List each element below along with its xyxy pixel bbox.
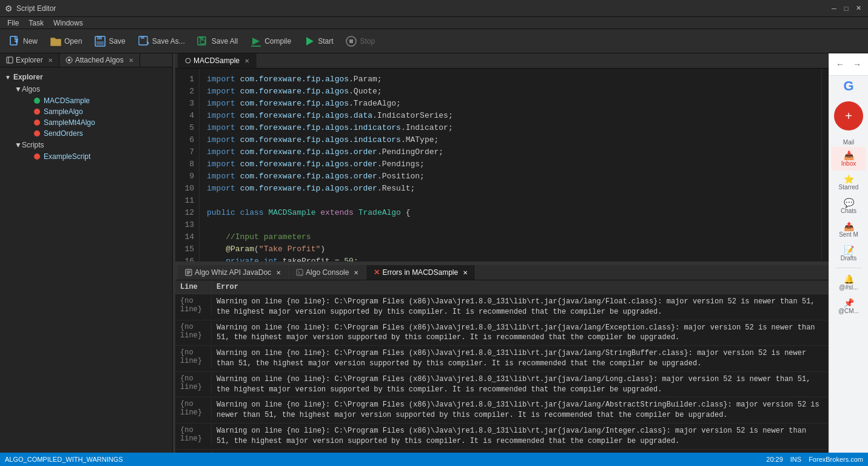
examplescript-label: ExampleScript <box>44 152 90 161</box>
svg-rect-5 <box>96 41 104 45</box>
console-tab-close[interactable]: ✕ <box>354 269 358 276</box>
attached-algos-icon <box>66 56 73 64</box>
status-text: ALGO_COMPILED_WITH_WARNINGS <box>5 456 123 463</box>
code-line-16: private int takeProfit = 50; <box>207 255 814 262</box>
stop-button[interactable]: Stop <box>340 33 380 50</box>
gmail-starred[interactable]: ⭐ Starred <box>832 171 866 194</box>
gmail-inbox[interactable]: 📥 Inbox <box>832 147 866 171</box>
tree-item-examplescript[interactable]: ExampleScript <box>19 151 172 162</box>
open-icon <box>50 35 62 47</box>
explorer-arrow: ▼ <box>5 74 11 81</box>
scripts-section-header[interactable]: ▼ Scripts <box>10 139 172 151</box>
new-button[interactable]: New <box>4 33 42 50</box>
minimize-button[interactable]: ─ <box>829 4 839 13</box>
error-row: {no line} Warning on line {no line}: C:\… <box>175 397 829 424</box>
gmail-snoozed[interactable]: 🔔 @#sl... <box>832 271 866 294</box>
error-row: {no line} Warning on line {no line}: C:\… <box>175 372 829 398</box>
code-line-7: import com.forexware.fip.algos.order.Pen… <box>207 146 814 158</box>
save-button[interactable]: Save <box>89 33 130 50</box>
menu-windows[interactable]: Windows <box>49 18 88 29</box>
tab-errors[interactable]: ✕ Errors in MACDSample ✕ <box>366 265 476 280</box>
maximize-button[interactable]: □ <box>841 4 851 13</box>
explorer-section: ▼ Explorer ▼ Algos MACDSample <box>0 70 172 163</box>
console-icon <box>296 269 303 276</box>
open-button[interactable]: Open <box>45 33 87 50</box>
error-row: {no line} Warning on line {no line}: C:\… <box>175 424 829 450</box>
tree-item-sendorders[interactable]: SendOrders <box>19 128 172 139</box>
tree-item-samplealgo[interactable]: SampleAlgo <box>19 106 172 117</box>
gmail-logo: G <box>841 76 856 96</box>
gmail-other[interactable]: 📌 @CM... <box>832 294 866 318</box>
svg-marker-13 <box>306 37 314 46</box>
gmail-panel: ← → G + Mail 📥 Inbox ⭐ Starred 💬 Chats 📤 <box>829 53 868 453</box>
error-msg-cell: Warning on line {no line}: C:\Program Fi… <box>212 424 829 449</box>
svg-rect-7 <box>141 36 144 39</box>
tree-item-macdsample[interactable]: MACDSample <box>19 95 172 106</box>
save-all-button[interactable]: Save All <box>192 33 243 50</box>
explorer-tab-close[interactable]: ✕ <box>48 57 53 64</box>
editor-tabs: MACDSample ✕ <box>175 53 829 69</box>
code-scrollbar[interactable] <box>821 69 829 262</box>
code-line-1: import com.forexware.fip.algos.Param; <box>207 73 814 86</box>
explorer-children: ▼ Algos MACDSample SampleAlgo <box>0 83 172 162</box>
tree-area: ▼ Explorer ▼ Algos MACDSample <box>0 67 172 453</box>
error-row: {no line} Warning on line {no line}: C:\… <box>175 294 829 320</box>
algos-arrow: ▼ <box>15 85 22 93</box>
compile-button[interactable]: Compile <box>245 33 296 50</box>
new-label: New <box>23 37 38 46</box>
gmail-back-button[interactable]: ← <box>835 58 846 70</box>
svg-rect-10 <box>200 40 205 44</box>
inbox-icon: 📥 <box>844 150 854 160</box>
algos-label: Algos <box>22 85 40 93</box>
svg-rect-15 <box>349 39 353 43</box>
tab-javadoc[interactable]: Algo Whiz API JavaDoc ✕ <box>178 265 289 280</box>
code-content[interactable]: import com.forexware.fip.algos.Param; im… <box>200 69 821 262</box>
tab-explorer[interactable]: Explorer ✕ <box>0 53 59 67</box>
code-line-3: import com.forexware.fip.algos.TradeAlgo… <box>207 98 814 110</box>
javadoc-tab-close[interactable]: ✕ <box>276 269 281 276</box>
save-as-button[interactable]: Save As... <box>133 33 190 50</box>
code-line-2: import com.forexware.fip.algos.Quote; <box>207 86 814 98</box>
code-line-12: public class MACDSample extends TradeAlg… <box>207 207 814 219</box>
tab-attached-algos[interactable]: Attached Algos ✕ <box>59 53 140 67</box>
gmail-chats[interactable]: 💬 Chats <box>832 194 866 218</box>
right-side: MACDSample ✕ 1 2 3 4 5 6 7 8 9 10 11 <box>175 53 868 453</box>
javadoc-icon <box>185 269 192 276</box>
close-button[interactable]: ✕ <box>853 4 863 13</box>
main-layout: Explorer ✕ Attached Algos ✕ ▼ Explorer <box>0 53 868 453</box>
gmail-drafts[interactable]: 📝 Drafts <box>832 241 866 265</box>
start-button[interactable]: Start <box>298 33 338 50</box>
start-icon <box>303 35 315 47</box>
gmail-compose-button[interactable]: + <box>834 101 863 130</box>
explorer-tabs: Explorer ✕ Attached Algos ✕ <box>0 53 172 67</box>
save-as-label: Save As... <box>152 37 185 46</box>
attached-algos-tab-close[interactable]: ✕ <box>129 57 133 64</box>
error-table[interactable]: Line Error {no line} Warning on line {no… <box>175 280 829 453</box>
algos-section-header[interactable]: ▼ Algos <box>10 83 172 95</box>
save-as-icon <box>138 35 150 47</box>
line-numbers: 1 2 3 4 5 6 7 8 9 10 11 12 13 14 15 16 1 <box>175 69 200 262</box>
tree-item-samplemt4algo[interactable]: SampleMt4Algo <box>19 117 172 128</box>
svg-point-20 <box>186 58 190 63</box>
gmail-sent[interactable]: 📤 Sent M <box>832 218 866 241</box>
window-controls: ─ □ ✕ <box>829 4 863 13</box>
scripts-label: Scripts <box>22 141 44 149</box>
macdsample-tab-close[interactable]: ✕ <box>244 58 249 64</box>
errors-tab-close[interactable]: ✕ <box>463 269 468 276</box>
explorer-root[interactable]: ▼ Explorer <box>0 71 172 83</box>
code-line-8: import com.forexware.fip.algos.order.Pen… <box>207 158 814 171</box>
snoozed-label: @#sl... <box>839 284 858 291</box>
menu-task[interactable]: Task <box>24 18 49 29</box>
scripts-arrow: ▼ <box>15 141 22 149</box>
tab-macdsample[interactable]: MACDSample ✕ <box>178 53 257 68</box>
tab-console[interactable]: Algo Console ✕ <box>289 265 366 280</box>
scripts-children: ExampleScript <box>10 151 172 162</box>
stop-icon <box>345 35 357 47</box>
menu-file[interactable]: File <box>2 18 24 29</box>
gmail-forward-button[interactable]: → <box>852 58 863 70</box>
compile-icon <box>250 35 262 47</box>
macdsample-tab-label: MACDSample <box>193 56 240 65</box>
code-editor[interactable]: 1 2 3 4 5 6 7 8 9 10 11 12 13 14 15 16 1 <box>175 69 829 262</box>
explorer-tab-label: Explorer <box>16 56 43 64</box>
code-line-4: import com.forexware.fip.algos.data.Indi… <box>207 110 814 122</box>
